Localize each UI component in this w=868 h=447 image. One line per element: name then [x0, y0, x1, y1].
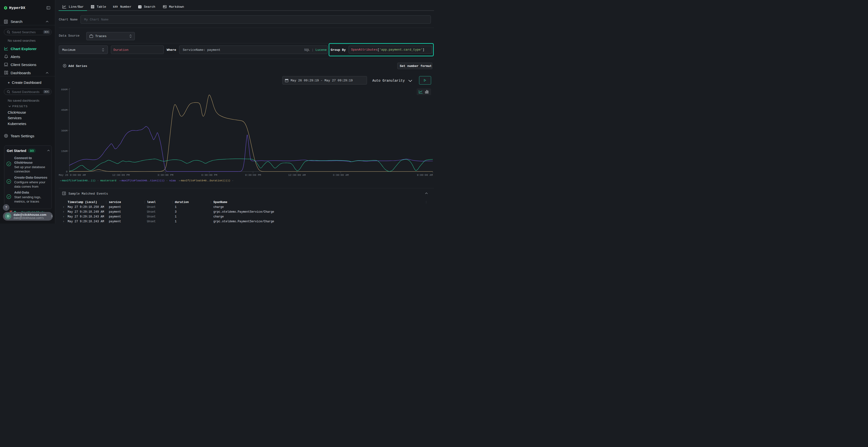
- svg-text:May 26 9:00:00 AM: May 26 9:00:00 AM: [59, 174, 86, 176]
- svg-text:12:30:00 AM: 12:30:00 AM: [288, 174, 306, 176]
- svg-text:0: 0: [66, 170, 67, 173]
- svg-text:12:30:00 PM: 12:30:00 PM: [112, 174, 130, 176]
- svg-text:600M: 600M: [61, 88, 67, 91]
- svg-text:150M: 150M: [61, 150, 67, 153]
- svg-text:9:30:00 PM: 9:30:00 PM: [245, 174, 261, 176]
- svg-text:300M: 300M: [61, 129, 67, 132]
- svg-text:3:30:00 AM: 3:30:00 AM: [333, 174, 349, 176]
- svg-text:450M: 450M: [61, 109, 67, 111]
- svg-text:3:30:00 PM: 3:30:00 PM: [157, 174, 173, 176]
- svg-text:6:30:00 PM: 6:30:00 PM: [201, 174, 217, 176]
- svg-text:9:00:00 AM: 9:00:00 AM: [417, 174, 433, 176]
